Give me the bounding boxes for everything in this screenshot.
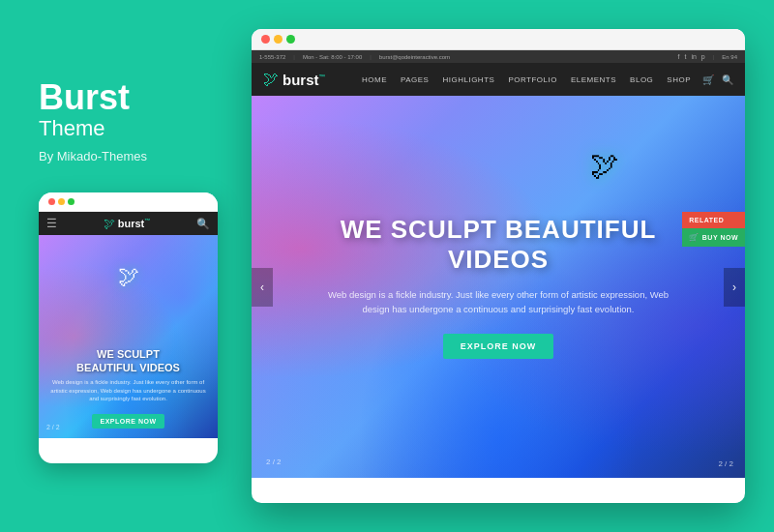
cart-icon[interactable]: 🛒 (702, 74, 714, 85)
mobile-hero-desc: Web design is a fickle industry. Just li… (48, 378, 208, 402)
desktop-hero-title: WE SCULPT BEAUTIFUL VIDEOS (314, 215, 682, 275)
mobile-hero-title: WE SCULPTBEAUTIFUL VIDEOS (48, 347, 208, 375)
mobile-hero-content: WE SCULPTBEAUTIFUL VIDEOS Web design is … (48, 347, 208, 429)
nav-blog[interactable]: BLOG (630, 75, 653, 84)
mobile-logo-text: burst™ (118, 218, 151, 229)
desktop-top-bar (252, 29, 745, 50)
desktop-dot-red (261, 35, 270, 44)
nav-home[interactable]: HOME (362, 75, 387, 84)
slide-counter-left: 2 / 2 (266, 458, 282, 466)
desktop-hero-desc: Web design is a fickle industry. Just li… (314, 287, 682, 316)
related-button[interactable]: RELATED (682, 212, 745, 228)
theme-subtitle: Theme (39, 116, 232, 141)
toolbar-sep1: | (293, 54, 295, 60)
toolbar-social: f t in p (677, 53, 704, 60)
toolbar-phone: 1-555-372 (259, 54, 285, 60)
side-buttons: RELATED 🛒 BUY NOW (682, 212, 745, 247)
desktop-hero-bird-icon: 🕊 (590, 149, 619, 182)
mobile-hero: 🕊 WE SCULPTBEAUTIFUL VIDEOS Web design i… (39, 235, 218, 438)
next-slide-button[interactable]: › (724, 268, 745, 307)
desktop-nav-icons: 🛒 🔍 (702, 74, 733, 85)
instagram-icon[interactable]: in (691, 53, 696, 60)
buynow-cart-icon: 🛒 (689, 233, 700, 242)
mobile-explore-btn[interactable]: EXPLORE NOW (92, 414, 164, 429)
pinterest-icon[interactable]: p (701, 53, 705, 60)
toolbar-email: burst@qodeinteractive.com (379, 54, 450, 60)
desktop-mockup: 1-555-372 | Mon - Sat: 8:00 - 17:00 | bu… (252, 29, 745, 503)
desktop-nav-items: HOME PAGES HIGHLIGHTS PORTFOLIO ELEMENTS… (345, 75, 692, 84)
nav-portfolio[interactable]: PORTFOLIO (508, 75, 557, 84)
toolbar-hours: Mon - Sat: 8:00 - 17:00 (303, 54, 362, 60)
mobile-search-icon: 🔍 (196, 218, 210, 230)
desktop-nav-bird-icon: 🕊 (263, 71, 279, 88)
mobile-logo: 🕊 burst™ (104, 217, 151, 230)
mobile-nav-bar: ☰ 🕊 burst™ 🔍 (39, 212, 218, 235)
desktop-hero: 🕊 ‹ WE SCULPT BEAUTIFUL VIDEOS Web desig… (252, 96, 745, 478)
toolbar-sep3: | (713, 54, 715, 60)
desktop-hero-content: WE SCULPT BEAUTIFUL VIDEOS Web design is… (295, 215, 701, 359)
dot-green (68, 198, 74, 205)
desktop-explore-btn[interactable]: EXPLORE NOW (443, 334, 554, 359)
desktop-nav: 🕊 burst™ HOME PAGES HIGHLIGHTS PORTFOLIO… (252, 63, 745, 96)
dot-yellow (58, 198, 65, 205)
slide-counter-right: 2 / 2 (718, 459, 733, 468)
nav-shop[interactable]: SHOP (667, 75, 691, 84)
toolbar-lang: En 94 (722, 54, 737, 60)
facebook-icon[interactable]: f (677, 53, 679, 60)
mobile-top-bar (39, 192, 218, 212)
twitter-icon[interactable]: t (684, 53, 686, 60)
buynow-label: BUY NOW (702, 234, 738, 241)
prev-slide-button[interactable]: ‹ (252, 268, 273, 307)
nav-elements[interactable]: ELEMENTS (571, 75, 616, 84)
mobile-mockup: ☰ 🕊 burst™ 🔍 🕊 WE SCULPTBEAUTIFUL VIDEOS… (39, 192, 218, 463)
search-icon[interactable]: 🔍 (722, 74, 733, 85)
desktop-nav-brand: burst™ (283, 72, 326, 88)
theme-title: Burst (39, 78, 232, 117)
nav-highlights[interactable]: HIGHLIGHTS (442, 75, 494, 84)
desktop-dot-green (286, 35, 295, 44)
desktop-nav-logo: 🕊 burst™ (263, 71, 326, 88)
hamburger-icon: ☰ (46, 217, 57, 230)
mobile-dots (48, 198, 74, 205)
left-panel: Burst Theme By Mikado-Themes ☰ 🕊 burst™ … (39, 69, 232, 464)
dot-red (48, 198, 55, 205)
theme-by: By Mikado-Themes (39, 149, 232, 163)
desktop-toolbar: 1-555-372 | Mon - Sat: 8:00 - 17:00 | bu… (252, 50, 745, 63)
toolbar-sep2: | (370, 54, 372, 60)
nav-pages[interactable]: PAGES (401, 75, 429, 84)
mobile-hero-bird: 🕊 (118, 264, 139, 289)
mobile-bird-logo: 🕊 (104, 217, 115, 230)
desktop-dot-yellow (274, 35, 283, 44)
desktop-dots (261, 35, 295, 44)
buynow-button[interactable]: 🛒 BUY NOW (682, 228, 745, 247)
